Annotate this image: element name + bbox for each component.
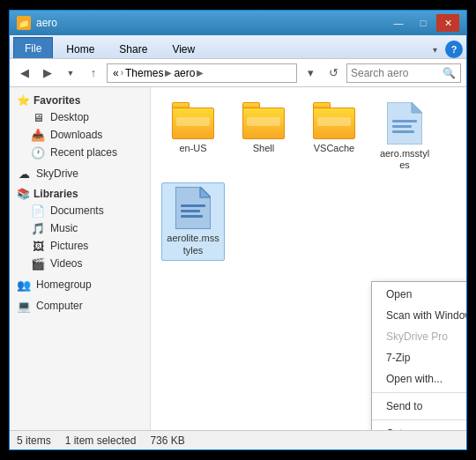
recent-locations-button[interactable]: ▼ — [61, 63, 80, 83]
file-label-en-us: en-US — [179, 143, 206, 154]
favorites-label: Favorites — [33, 94, 80, 107]
close-button[interactable]: ✕ — [436, 14, 459, 32]
path-aero: aero — [174, 67, 195, 79]
sidebar-item-pictures[interactable]: 🖼 Pictures — [10, 237, 150, 255]
sidebar-item-homegroup[interactable]: 👥 Homegroup — [10, 276, 150, 293]
maximize-button[interactable]: □ — [412, 14, 435, 32]
content-area: en-US Shell — [151, 87, 466, 430]
libraries-label: Libraries — [33, 188, 78, 200]
ctx-send-to[interactable]: Send to ▶ — [372, 396, 466, 417]
help-button[interactable]: ? — [445, 41, 463, 58]
tab-view[interactable]: View — [160, 39, 206, 58]
svg-rect-8 — [181, 210, 200, 212]
address-path[interactable]: « › Themes ▶ aero ▶ — [107, 63, 297, 83]
search-input[interactable] — [351, 67, 439, 79]
sidebar-item-documents-label: Documents — [50, 204, 104, 217]
svg-rect-4 — [392, 130, 414, 133]
file-item-aeromsstyles[interactable]: aero.msstyles — [373, 98, 436, 175]
recent-icon: 🕐 — [31, 145, 45, 160]
ctx-scan[interactable]: Scan with Windows Defender — [372, 305, 466, 326]
svg-rect-7 — [181, 204, 205, 207]
file-item-shell[interactable]: Shell — [232, 98, 295, 175]
status-bar: 5 items 1 item selected 736 KB — [10, 430, 466, 449]
search-icon[interactable]: 🔍 — [443, 67, 456, 79]
explorer-window: 📁 aero — □ ✕ File Home Share View ▾ ? ◀ … — [9, 10, 467, 450]
tab-home[interactable]: Home — [55, 39, 106, 58]
sidebar-item-videos-label: Videos — [50, 257, 82, 270]
search-box[interactable]: 🔍 — [346, 63, 461, 83]
ribbon-tab-bar: File Home Share View ▾ ? — [10, 35, 466, 58]
file-label-aerolitemsstyles: aerolite.msstyles — [166, 233, 220, 256]
sidebar-item-music-label: Music — [50, 222, 78, 234]
svg-marker-6 — [200, 187, 211, 197]
svg-rect-9 — [181, 215, 203, 218]
star-icon: ⭐ — [17, 94, 30, 107]
sidebar-item-documents[interactable]: 📄 Documents — [10, 202, 150, 219]
sidebar-item-computer[interactable]: 💻 Computer — [10, 297, 150, 315]
file-item-aerolitemsstyles[interactable]: aerolite.msstyles — [161, 182, 225, 260]
ctx-7zip[interactable]: 7-Zip ▶ — [372, 347, 466, 368]
ctx-skydrive-pro-label: SkyDrive Pro — [386, 330, 448, 343]
libraries-header[interactable]: 📚 Libraries — [10, 186, 150, 202]
forward-button[interactable]: ▶ — [38, 63, 57, 83]
refresh-button[interactable]: ↺ — [324, 63, 343, 83]
window-icon: 📁 — [17, 16, 31, 30]
tab-share[interactable]: Share — [108, 39, 159, 58]
documents-icon: 📄 — [31, 204, 45, 218]
sidebar-item-videos[interactable]: 🎬 Videos — [10, 255, 150, 272]
music-icon: 🎵 — [31, 221, 45, 235]
dropdown-button[interactable]: ▾ — [301, 63, 320, 83]
selection-info: 1 item selected — [65, 434, 137, 447]
back-button[interactable]: ◀ — [15, 63, 34, 83]
libraries-icon: 📚 — [17, 188, 30, 200]
videos-icon: 🎬 — [31, 256, 45, 271]
title-bar: 📁 aero — □ ✕ — [10, 11, 466, 35]
files-grid: en-US Shell — [158, 94, 459, 264]
sidebar-item-homegroup-label: Homegroup — [36, 278, 92, 291]
minimize-button[interactable]: — — [387, 14, 410, 32]
homegroup-icon: 👥 — [17, 278, 31, 292]
homegroup-section: 👥 Homegroup — [10, 274, 150, 295]
ribbon-expand-button[interactable]: ▾ — [426, 41, 443, 58]
ctx-open-with-label: Open with... — [386, 373, 443, 385]
sidebar-item-music[interactable]: 🎵 Music — [10, 219, 150, 237]
favorites-header[interactable]: ⭐ Favorites — [10, 93, 150, 108]
main-area: ⭐ Favorites 🖥 Desktop 📥 Downloads 🕐 Rece… — [10, 87, 466, 430]
context-menu: Open Scan with Windows Defender SkyDrive… — [371, 281, 466, 430]
ctx-open[interactable]: Open — [372, 284, 466, 305]
path-themes: Themes — [125, 67, 163, 79]
ctx-cut[interactable]: Cut — [372, 423, 466, 430]
ctx-open-label: Open — [386, 288, 412, 300]
folder-icon-shell — [242, 102, 285, 139]
ctx-send-to-label: Send to — [386, 400, 422, 412]
file-label-shell: Shell — [253, 143, 274, 154]
window-title: aero — [36, 17, 387, 29]
path-back: « — [113, 67, 119, 79]
sidebar-item-recent-label: Recent places — [50, 146, 117, 159]
favorites-section: ⭐ Favorites 🖥 Desktop 📥 Downloads 🕐 Rece… — [10, 91, 150, 163]
sidebar-item-pictures-label: Pictures — [50, 240, 88, 252]
sidebar-item-recent[interactable]: 🕐 Recent places — [10, 144, 150, 161]
up-button[interactable]: ↑ — [84, 63, 103, 83]
sidebar-item-desktop[interactable]: 🖥 Desktop — [10, 108, 150, 126]
sidebar: ⭐ Favorites 🖥 Desktop 📥 Downloads 🕐 Rece… — [10, 87, 151, 430]
file-size: 736 KB — [150, 434, 184, 447]
svg-rect-3 — [392, 125, 412, 128]
ctx-7zip-label: 7-Zip — [386, 352, 410, 364]
sidebar-item-downloads-label: Downloads — [50, 129, 102, 141]
tab-file[interactable]: File — [13, 37, 53, 58]
ctx-open-with[interactable]: Open with... — [372, 368, 466, 390]
file-item-vscache[interactable]: VSCache — [302, 98, 366, 175]
libraries-section: 📚 Libraries 📄 Documents 🎵 Music 🖼 Pictur… — [10, 184, 150, 274]
ctx-skydrive-pro[interactable]: SkyDrive Pro ▶ — [372, 326, 466, 347]
skydrive-icon: ☁ — [17, 167, 31, 181]
sidebar-item-skydrive-label: SkyDrive — [36, 167, 78, 180]
window-controls: — □ ✕ — [387, 14, 459, 32]
address-bar: ◀ ▶ ▼ ↑ « › Themes ▶ aero ▶ ▾ ↺ 🔍 — [10, 59, 466, 87]
svg-marker-1 — [412, 102, 422, 113]
sidebar-item-skydrive[interactable]: ☁ SkyDrive — [10, 165, 150, 182]
skydrive-section: ☁ SkyDrive — [10, 163, 150, 184]
sidebar-item-downloads[interactable]: 📥 Downloads — [10, 126, 150, 144]
ctx-cut-label: Cut — [386, 427, 403, 430]
file-item-en-us[interactable]: en-US — [161, 98, 225, 175]
